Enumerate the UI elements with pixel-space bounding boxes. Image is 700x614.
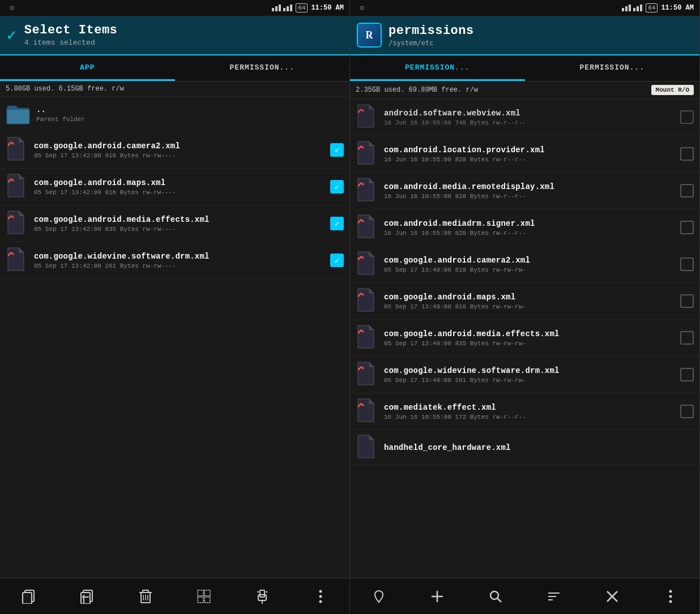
right-storage-text: 2.35GB used. 69.89MB free. r/w <box>356 86 478 94</box>
search-button[interactable] <box>483 584 508 609</box>
svg-rect-27 <box>204 590 210 596</box>
left-signal <box>272 3 292 13</box>
file-meta: 16 Jun 16 10:55:00 828 Bytes rw-r--r-- <box>384 156 680 163</box>
left-header-subtitle: 4 items selected <box>24 38 117 47</box>
file-info: com.google.android.media.effects.xml 05 … <box>34 215 330 233</box>
file-name: com.google.android.camera2.xml <box>34 141 330 151</box>
left-tabs: APP PERMISSION... <box>0 55 349 81</box>
more-options-button[interactable] <box>658 584 683 609</box>
parent-folder-info: .. Parent folder <box>36 105 344 123</box>
parent-folder-item[interactable]: .. Parent folder <box>0 97 349 132</box>
sort-button[interactable] <box>541 584 566 609</box>
svg-point-73 <box>669 600 672 603</box>
list-item[interactable]: com.google.android.camera2.xml 05 Sep 17… <box>350 246 699 283</box>
file-info: handheld_core_hardware.xml <box>384 443 694 452</box>
svg-point-37 <box>319 600 322 603</box>
file-checkbox[interactable] <box>680 184 694 197</box>
file-name: com.mediatek.effect.xml <box>384 403 680 412</box>
right-signal <box>622 3 642 13</box>
left-header-title: Select Items <box>24 23 117 37</box>
right-status-icon: ⊡ <box>360 4 364 12</box>
svg-point-71 <box>669 590 672 592</box>
file-checkbox[interactable] <box>680 147 694 161</box>
svg-line-65 <box>497 598 501 602</box>
file-icon <box>6 173 28 200</box>
svg-rect-42 <box>637 6 639 11</box>
app-icon-img: R <box>357 23 382 48</box>
svg-rect-28 <box>198 597 203 603</box>
list-item[interactable]: com.google.android.maps.xml 05 Sep 17 13… <box>0 169 349 205</box>
file-meta: 16 Jun 16 10:55:00 828 Bytes rw-r--r-- <box>384 193 680 200</box>
left-storage-text: 5.08GB used. 6.15GB free. r/w <box>6 85 124 93</box>
file-checkbox[interactable] <box>680 405 694 418</box>
file-info: com.google.android.camera2.xml 05 Sep 17… <box>384 256 680 273</box>
left-bottom-bar <box>0 578 349 614</box>
plugin-button[interactable] <box>250 584 275 609</box>
mount-button[interactable]: Mount R/O <box>651 85 694 95</box>
file-icon <box>6 136 28 164</box>
right-storage-info: 2.35GB used. 69.89MB free. r/w Mount R/O <box>350 81 699 99</box>
file-checkbox[interactable] <box>680 221 694 234</box>
file-info: com.google.android.camera2.xml 05 Sep 17… <box>34 141 330 159</box>
list-item[interactable]: handheld_core_hardware.xml <box>350 430 699 465</box>
file-checkbox[interactable] <box>680 257 694 271</box>
list-item[interactable]: com.android.mediadrm.signer.xml 16 Jun 1… <box>350 209 699 246</box>
cut-button[interactable] <box>75 584 100 609</box>
file-info: com.google.widevine.software.drm.xml 05 … <box>384 366 680 384</box>
right-time: 11:50 AM <box>661 4 694 12</box>
add-button[interactable] <box>425 584 450 609</box>
svg-rect-17 <box>81 592 90 604</box>
left-tab-permission[interactable]: PERMISSION... <box>175 55 350 81</box>
file-checkbox[interactable] <box>330 143 344 157</box>
file-meta: 05 Sep 17 13:49:00 818 Bytes rw-rw-rw- <box>384 267 680 273</box>
list-item[interactable]: com.android.location.provider.xml 16 Jun… <box>350 136 699 173</box>
svg-rect-26 <box>198 590 203 596</box>
select-all-button[interactable] <box>191 584 216 609</box>
svg-point-72 <box>669 595 672 598</box>
right-battery: 64 <box>646 3 658 12</box>
delete-button[interactable] <box>133 584 158 609</box>
file-info: com.android.media.remotedisplay.xml 16 J… <box>384 182 680 200</box>
list-item[interactable]: com.mediatek.effect.xml 16 Jun 16 10:55:… <box>350 393 699 430</box>
svg-rect-40 <box>629 5 631 11</box>
file-meta: 16 Jun 16 10:55:00 748 Bytes rw-r--r-- <box>384 119 680 126</box>
list-item[interactable]: com.google.android.camera2.xml 05 Sep 17… <box>0 132 349 169</box>
file-checkbox[interactable] <box>680 294 694 308</box>
file-checkbox[interactable] <box>330 180 344 194</box>
left-header-titles: Select Items 4 items selected <box>24 23 117 47</box>
close-button[interactable] <box>600 584 625 609</box>
right-header-title: permissions <box>389 24 474 38</box>
list-item[interactable]: com.google.widevine.software.drm.xml 05 … <box>0 242 349 279</box>
right-tab-permission2[interactable]: PERMISSION... <box>525 55 700 81</box>
list-item[interactable]: com.android.media.remotedisplay.xml 16 J… <box>350 173 699 209</box>
file-icon <box>356 140 378 168</box>
list-item[interactable]: com.google.android.media.effects.xml 05 … <box>350 320 699 357</box>
svg-point-64 <box>490 591 498 599</box>
checkmark-icon[interactable]: ✓ <box>7 25 16 45</box>
list-item[interactable]: com.google.android.media.effects.xml 05 … <box>0 205 349 242</box>
list-item[interactable]: com.google.android.maps.xml 05 Sep 17 13… <box>350 283 699 320</box>
file-checkbox[interactable] <box>330 254 344 267</box>
file-icon <box>356 324 378 351</box>
file-checkbox[interactable] <box>680 368 694 381</box>
favorites-button[interactable] <box>366 584 391 609</box>
list-item[interactable]: com.google.widevine.software.drm.xml 05 … <box>350 357 699 393</box>
list-item[interactable]: android.software.webview.xml 16 Jun 16 1… <box>350 99 699 136</box>
file-info: com.google.android.maps.xml 05 Sep 17 13… <box>34 178 330 196</box>
left-tab-app[interactable]: APP <box>0 55 175 81</box>
file-name: handheld_core_hardware.xml <box>384 443 694 452</box>
file-meta: 05 Sep 17 13:42:00 816 Bytes rw-rw---- <box>34 189 330 196</box>
svg-point-35 <box>319 590 322 592</box>
file-checkbox[interactable] <box>680 331 694 345</box>
file-checkbox[interactable] <box>680 110 694 124</box>
file-checkbox[interactable] <box>330 217 344 230</box>
file-name: com.google.android.camera2.xml <box>384 256 680 265</box>
svg-rect-3 <box>283 8 285 11</box>
svg-rect-5 <box>290 5 292 11</box>
svg-rect-29 <box>204 597 210 603</box>
copy-button[interactable] <box>16 584 41 609</box>
right-tab-permission1[interactable]: PERMISSION... <box>350 55 525 81</box>
file-name: com.android.mediadrm.signer.xml <box>384 219 680 228</box>
more-options-button[interactable] <box>308 584 333 609</box>
file-info: com.mediatek.effect.xml 16 Jun 16 10:55:… <box>384 403 680 420</box>
